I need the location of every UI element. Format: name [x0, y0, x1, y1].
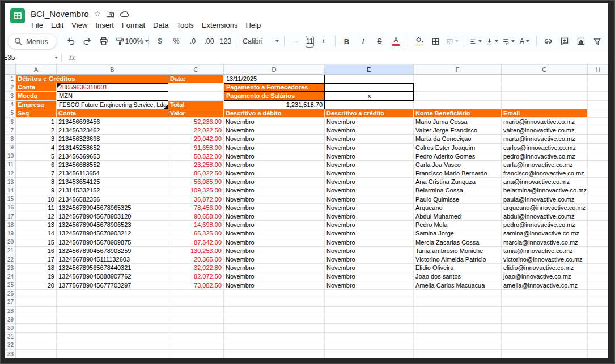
cell[interactable]: Francisco Mario Bernardo [414, 169, 502, 178]
cell[interactable]: Novembro [224, 204, 325, 212]
row-header[interactable]: 1 [5, 75, 16, 83]
cell[interactable]: paula@innovactive.co.mz [502, 195, 588, 204]
insert-comment-button[interactable] [557, 35, 572, 48]
cell[interactable]: 18 [16, 264, 57, 272]
cell[interactable] [325, 333, 414, 341]
cell[interactable] [588, 247, 608, 255]
increase-decimals-button[interactable]: .00 [201, 35, 217, 48]
column-seq[interactable]: Seq [16, 109, 57, 118]
cell[interactable]: ana@innovactive.co.mz [502, 178, 588, 186]
cell[interactable]: Pedro Mula [414, 221, 502, 229]
menu-help[interactable]: Help [241, 20, 265, 30]
cell[interactable] [57, 290, 168, 298]
cell[interactable] [325, 350, 414, 358]
cell[interactable]: Arqueano [414, 204, 502, 212]
cell[interactable] [414, 290, 502, 298]
cell-fornecedores-label[interactable]: Pagamento a Fornecedores [224, 83, 325, 92]
cell[interactable]: 22,022.50 [168, 126, 224, 135]
cell[interactable]: Novembro [325, 118, 414, 126]
cell[interactable]: 213456688552 [57, 161, 168, 169]
row-header[interactable]: 14 [5, 186, 16, 195]
cell[interactable]: amelia@innovactive.co.mz [502, 281, 588, 290]
cell[interactable]: Novembro [325, 221, 414, 229]
cell[interactable]: Novembro [325, 195, 414, 204]
cell[interactable] [588, 109, 608, 118]
cell[interactable]: 19 [16, 272, 57, 281]
cell[interactable] [168, 298, 224, 307]
cell[interactable]: Paulo Quimisse [414, 195, 502, 204]
cell[interactable] [588, 272, 608, 281]
insert-chart-button[interactable] [573, 35, 589, 48]
cell[interactable]: 213456582356 [57, 195, 168, 204]
doc-title[interactable]: BCI_Novembro [31, 9, 89, 19]
column-email[interactable]: Email [502, 109, 588, 118]
cell[interactable]: 32,022.80 [168, 264, 224, 272]
cell[interactable] [414, 92, 502, 100]
menu-file[interactable]: File [27, 20, 47, 30]
cell[interactable] [57, 341, 168, 350]
percent-format-button[interactable]: % [168, 35, 184, 48]
cell[interactable]: 213453654125 [57, 178, 168, 186]
cell[interactable]: 16 [16, 247, 57, 255]
cell[interactable] [502, 333, 588, 341]
cell[interactable] [588, 212, 608, 221]
cell[interactable]: 23,258.00 [168, 161, 224, 169]
cell[interactable] [588, 350, 608, 358]
cell-empresa-value[interactable]: FESCO Future Engineering Service, Lda. [57, 101, 168, 109]
cell[interactable] [502, 298, 588, 307]
row-header[interactable]: 6 [5, 118, 16, 126]
menu-edit[interactable]: Edit [47, 20, 67, 30]
cell[interactable]: 11 [16, 204, 57, 212]
cell[interactable] [325, 290, 414, 298]
cell[interactable]: marta@innovactive.co.mz [502, 135, 588, 143]
cell[interactable]: 8 [16, 178, 57, 186]
vertical-align-button[interactable] [484, 35, 500, 48]
cell[interactable] [168, 341, 224, 350]
cell[interactable] [325, 101, 414, 109]
row-header[interactable]: 16 [5, 204, 16, 212]
cell[interactable]: pedro@innovactive.co.mz [502, 152, 588, 161]
cell[interactable]: 7 [16, 169, 57, 178]
cell[interactable] [168, 350, 224, 358]
cell[interactable]: 13 [16, 221, 57, 229]
cell[interactable] [414, 307, 502, 315]
cell[interactable] [325, 298, 414, 307]
cell[interactable] [57, 324, 168, 332]
cell[interactable] [224, 341, 325, 350]
cell[interactable]: 132456789045111132603 [57, 255, 168, 264]
undo-button[interactable] [63, 35, 79, 48]
cell[interactable] [168, 92, 224, 100]
cell[interactable] [588, 75, 608, 83]
cell[interactable] [325, 341, 414, 350]
row-header[interactable]: 27 [5, 298, 16, 307]
sheets-logo-icon[interactable] [10, 8, 25, 23]
cell[interactable]: Novembro [325, 281, 414, 290]
search-menus-button[interactable]: Menus [8, 33, 57, 49]
cell[interactable]: Novembro [325, 161, 414, 169]
cell-moeda-label[interactable]: Moeda [16, 92, 57, 100]
horizontal-align-button[interactable] [468, 35, 483, 48]
cell[interactable]: Novembro [224, 195, 325, 204]
decrease-decimals-button[interactable]: .0 [185, 35, 201, 48]
cell[interactable]: Calros Ester Joaquim [414, 144, 502, 152]
cell[interactable]: 137756789045677703297 [57, 281, 168, 290]
row-header[interactable]: 15 [5, 195, 16, 204]
fill-color-button[interactable] [412, 35, 427, 48]
currency-format-button[interactable]: $ [152, 35, 168, 48]
cell[interactable]: Novembro [224, 161, 325, 169]
italic-button[interactable]: I [355, 35, 371, 48]
cell[interactable]: Novembro [325, 126, 414, 135]
cell[interactable]: Abdul Muhamed [414, 212, 502, 221]
cell[interactable] [588, 315, 608, 324]
cell[interactable] [168, 333, 224, 341]
cell[interactable]: 132456789045678903120 [57, 212, 168, 221]
cell[interactable]: 213456323698 [57, 135, 168, 143]
insert-link-button[interactable] [540, 35, 556, 48]
cell[interactable] [16, 350, 57, 358]
increase-font-size-button[interactable]: + [316, 35, 332, 48]
row-header[interactable]: 8 [5, 135, 16, 143]
row-header[interactable]: 29 [5, 315, 16, 324]
column-header-f[interactable]: F [414, 65, 502, 75]
cell[interactable]: 36,872.00 [168, 195, 224, 204]
text-wrap-button[interactable] [501, 35, 516, 48]
